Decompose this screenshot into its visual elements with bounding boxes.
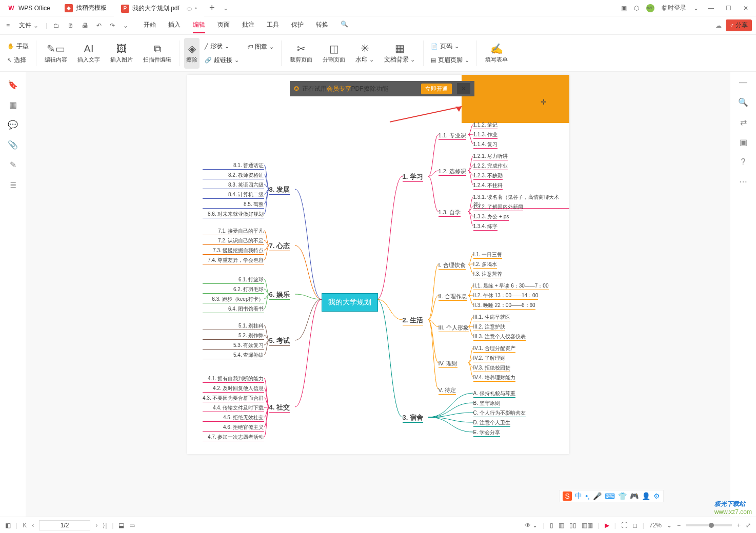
ime-lang[interactable]: 中 <box>575 491 582 501</box>
app-tab[interactable]: W WPS Office <box>0 0 57 16</box>
ime-game-icon[interactable]: 🎮 <box>630 492 639 500</box>
page-num-button[interactable]: 📄 页码 ⌄ <box>431 42 459 51</box>
doc-bg-button[interactable]: ▦文档背景 ⌄ <box>380 38 419 69</box>
zoom-slider[interactable] <box>686 524 732 526</box>
document-tab[interactable]: P 我的大学规划.pdf ⬭ • <box>114 0 204 16</box>
attachments-icon[interactable]: 📎 <box>8 140 18 150</box>
login-dropdown-icon[interactable]: ⌄ <box>693 5 699 12</box>
page-input[interactable] <box>39 520 90 530</box>
comments-icon[interactable]: 💬 <box>8 120 18 130</box>
save-icon[interactable]: 🗎 <box>66 21 76 30</box>
close-button[interactable]: ✕ <box>741 5 751 12</box>
cloud-icon[interactable]: ☁ <box>715 22 722 29</box>
ocr-icon[interactable]: ▣ <box>740 137 747 147</box>
tab-annotate[interactable]: 批注 <box>242 17 254 33</box>
split-page-button[interactable]: ◫分割页面 <box>319 38 349 69</box>
tab-tools[interactable]: 工具 <box>267 17 279 33</box>
search-icon[interactable]: 🔍 <box>341 17 348 33</box>
print-icon[interactable]: 🖶 <box>80 21 90 30</box>
tab-protect[interactable]: 保护 <box>291 17 304 33</box>
fullscreen-icon[interactable]: ⛶ <box>621 522 627 529</box>
single-layout-icon[interactable]: ▯ <box>550 522 553 529</box>
crop-page-button[interactable]: ✂裁剪页面 <box>286 38 316 69</box>
header-footer-button[interactable]: ▤ 页眉页脚 ⌄ <box>431 56 469 65</box>
continuous-layout-icon[interactable]: ▥ <box>559 522 564 529</box>
mindmap-connectors <box>187 126 569 449</box>
fit-page-icon[interactable]: ▭ <box>129 522 135 529</box>
two-page-layout-icon[interactable]: ▯▯ <box>569 522 576 529</box>
fill-form-button[interactable]: ✍填写表单 <box>481 38 512 69</box>
zoom-dropdown-icon[interactable]: ⌄ <box>667 522 672 529</box>
tab-convert[interactable]: 转换 <box>316 17 328 33</box>
ime-punct-icon[interactable]: •, <box>585 492 590 500</box>
tab-edit[interactable]: 编辑 <box>193 17 205 33</box>
play-icon[interactable]: ▶ <box>605 522 609 529</box>
zoom-value[interactable]: 72% <box>649 522 662 529</box>
tab-insert[interactable]: 插入 <box>168 17 181 33</box>
hand-tool[interactable]: ✋ 手型 <box>7 42 29 51</box>
undo-icon[interactable]: ↶ <box>94 21 104 30</box>
fit-icon[interactable]: ◻ <box>632 522 638 529</box>
share-button[interactable]: ♂ 分享 <box>726 19 752 31</box>
tab-menu-button[interactable]: ⌄ <box>220 5 231 12</box>
more-icon[interactable]: ⋯ <box>739 177 747 187</box>
avatar[interactable]: WP <box>646 4 654 12</box>
ime-shirt-icon[interactable]: 👕 <box>618 492 627 500</box>
watermark-button[interactable]: ✳水印 ⌄ <box>351 38 378 69</box>
minimize-button[interactable]: — <box>706 5 716 12</box>
two-continuous-layout-icon[interactable]: ▥▥ <box>582 522 593 529</box>
bookmark-icon[interactable]: 🔖 <box>8 80 18 90</box>
signature-icon[interactable]: ✎ <box>10 160 16 170</box>
tab-start[interactable]: 开始 <box>144 17 156 33</box>
banner-close-button[interactable]: ✕ <box>457 83 470 94</box>
package-icon[interactable]: ⬡ <box>634 5 639 12</box>
stamp-button[interactable]: 🏷 图章 ⌄ <box>247 43 274 51</box>
insert-image-button[interactable]: 🖼插入图片 <box>106 38 137 69</box>
redo-icon[interactable]: ↷ <box>108 21 117 30</box>
erase-selection[interactable]: ✛ <box>462 75 569 123</box>
window-layout-icon[interactable]: ▣ <box>621 5 627 12</box>
ime-mic-icon[interactable]: 🎤 <box>593 492 602 500</box>
hyperlink-button[interactable]: 🔗 超链接 ⌄ <box>205 56 239 65</box>
ime-user-icon[interactable]: 👤 <box>642 492 650 500</box>
help-icon[interactable]: ? <box>741 157 746 167</box>
layers-icon[interactable]: ≣ <box>10 180 16 190</box>
tab-page[interactable]: 页面 <box>217 17 230 33</box>
thumbnails-icon[interactable]: ▦ <box>9 100 17 110</box>
minus-icon[interactable]: — <box>739 78 747 87</box>
ribbon: ✋ 手型 ↖ 选择 ✎▭编辑内容 AI插入文字 🖼插入图片 ⧉扫描件编辑 ◈擦除… <box>0 35 756 72</box>
login-text[interactable]: 临时登录 <box>662 4 686 12</box>
edit-content-button[interactable]: ✎▭编辑内容 <box>41 38 71 69</box>
ime-s-icon[interactable]: S <box>563 491 572 501</box>
shape-button[interactable]: ╱ 形状 ⌄ <box>205 42 229 51</box>
upgrade-button[interactable]: 立即开通 <box>421 84 452 94</box>
zoom-out-button[interactable]: − <box>677 522 681 529</box>
first-page-button[interactable]: K <box>23 522 27 529</box>
annotation-arrow <box>390 107 467 127</box>
zoom-in-button[interactable]: + <box>737 522 741 529</box>
menu-icon[interactable]: ≡ <box>4 21 12 30</box>
erase-button[interactable]: ◈擦除 <box>184 38 200 69</box>
eye-icon[interactable]: 👁 ⌄ <box>525 522 538 529</box>
select-tool[interactable]: ↖ 选择 <box>7 56 26 65</box>
ime-settings-icon[interactable]: ⚙ <box>653 492 660 500</box>
prev-page-button[interactable]: ‹ <box>32 522 34 529</box>
template-tab[interactable]: ◆ 找稻壳模板 <box>57 0 114 16</box>
next-page-button[interactable]: › <box>95 522 97 529</box>
dropdown-icon[interactable]: ⌄ <box>121 21 130 30</box>
new-tab-button[interactable]: + <box>204 3 220 13</box>
fit-width-icon[interactable]: ⬓ <box>118 522 124 529</box>
open-icon[interactable]: 🗀 <box>51 21 62 30</box>
expand-icon[interactable]: ⤢ <box>746 522 751 529</box>
app-name: WPS Office <box>18 5 50 12</box>
file-menu[interactable]: 文件⌄ <box>16 20 42 31</box>
search-panel-icon[interactable]: 🔍 <box>738 97 748 107</box>
insert-text-button[interactable]: AI插入文字 <box>73 38 104 69</box>
ime-toolbar[interactable]: S 中 •, 🎤 ⌨ 👕 🎮 👤 ⚙ <box>559 490 664 502</box>
maximize-button[interactable]: ☐ <box>723 5 733 12</box>
ime-keyboard-icon[interactable]: ⌨ <box>605 492 615 500</box>
scan-edit-button[interactable]: ⧉扫描件编辑 <box>139 38 175 69</box>
view-side-icon[interactable]: ◧ <box>5 522 11 529</box>
last-page-button[interactable]: ⟩| <box>103 522 107 529</box>
translate-icon[interactable]: ⇄ <box>740 117 747 127</box>
